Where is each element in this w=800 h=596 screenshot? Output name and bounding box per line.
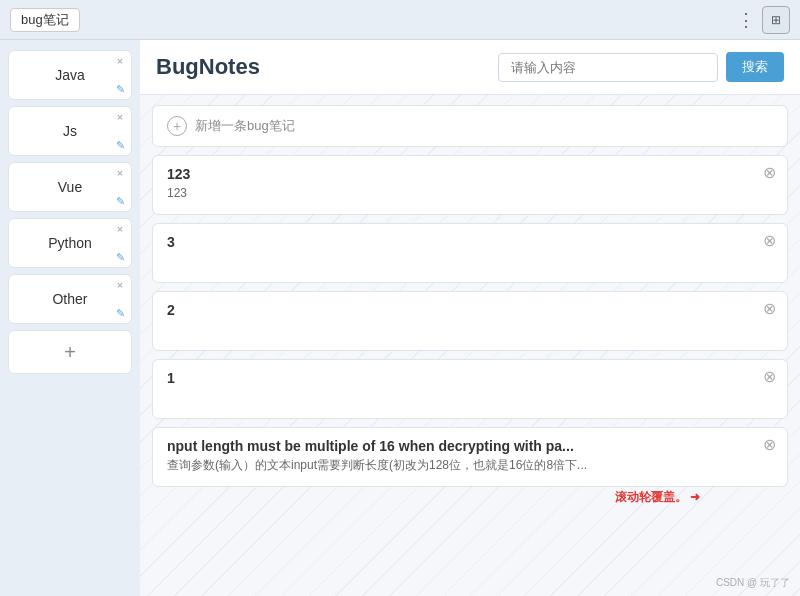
sidebar-item-js-close[interactable]: ×: [113, 110, 127, 124]
sidebar-item-java-label: Java: [55, 67, 85, 83]
title-bar-label: bug笔记: [10, 8, 80, 32]
note-card-3-close[interactable]: ⊗: [759, 366, 779, 386]
sidebar-item-python-close[interactable]: ×: [113, 222, 127, 236]
note-card-1-close[interactable]: ⊗: [759, 230, 779, 250]
title-bar: bug笔记 ⋮ ⊞: [0, 0, 800, 40]
main-container: × Java ✎ × Js ✎ × Vue ✎ × Python ✎ × Oth…: [0, 40, 800, 596]
sidebar-item-js-label: Js: [63, 123, 77, 139]
sidebar-add-button[interactable]: +: [8, 330, 132, 374]
watermark: CSDN @ 玩了了: [716, 576, 790, 590]
note-card-4-title: nput length must be multiple of 16 when …: [167, 438, 773, 454]
content-header: BugNotes 搜索: [140, 40, 800, 95]
content-area: BugNotes 搜索 + 新增一条bug笔记 ⊗ 123 123 ⊗ 3: [140, 40, 800, 596]
sidebar-item-vue-edit[interactable]: ✎: [113, 194, 127, 208]
sidebar-item-python[interactable]: × Python ✎: [8, 218, 132, 268]
sidebar-item-java-edit[interactable]: ✎: [113, 82, 127, 96]
sidebar-item-vue-close[interactable]: ×: [113, 166, 127, 180]
plus-icon: +: [167, 116, 187, 136]
note-card-3: ⊗ 1: [152, 359, 788, 419]
note-card-0-close[interactable]: ⊗: [759, 162, 779, 182]
sidebar: × Java ✎ × Js ✎ × Vue ✎ × Python ✎ × Oth…: [0, 40, 140, 596]
note-card-4-content: 查询参数(输入）的文本input需要判断长度(初改为128位，也就是16位的8倍…: [167, 457, 773, 474]
sidebar-item-other[interactable]: × Other ✎: [8, 274, 132, 324]
sidebar-item-other-close[interactable]: ×: [113, 278, 127, 292]
search-area: 搜索: [498, 52, 784, 82]
sidebar-item-java[interactable]: × Java ✎: [8, 50, 132, 100]
sidebar-item-python-edit[interactable]: ✎: [113, 250, 127, 264]
sidebar-item-js[interactable]: × Js ✎: [8, 106, 132, 156]
window-icon-symbol: ⊞: [771, 13, 781, 27]
add-note-button[interactable]: + 新增一条bug笔记: [152, 105, 788, 147]
sidebar-item-other-label: Other: [52, 291, 87, 307]
sidebar-item-vue-label: Vue: [58, 179, 82, 195]
note-card-1: ⊗ 3: [152, 223, 788, 283]
note-card-2: ⊗ 2: [152, 291, 788, 351]
note-card-2-title: 2: [167, 302, 773, 318]
app-title: BugNotes: [156, 54, 260, 80]
note-card-0-title: 123: [167, 166, 773, 182]
search-button[interactable]: 搜索: [726, 52, 784, 82]
note-card-4: ⊗ nput length must be multiple of 16 whe…: [152, 427, 788, 487]
sidebar-item-java-close[interactable]: ×: [113, 54, 127, 68]
sidebar-item-python-label: Python: [48, 235, 92, 251]
note-card-3-title: 1: [167, 370, 773, 386]
window-icon[interactable]: ⊞: [762, 6, 790, 34]
note-card-1-title: 3: [167, 234, 773, 250]
sidebar-item-js-edit[interactable]: ✎: [113, 138, 127, 152]
sidebar-item-other-edit[interactable]: ✎: [113, 306, 127, 320]
note-card-0-content: 123: [167, 185, 773, 202]
add-note-label: 新增一条bug笔记: [195, 117, 295, 135]
note-card-4-close[interactable]: ⊗: [759, 434, 779, 454]
menu-dots-icon[interactable]: ⋮: [737, 9, 756, 31]
sidebar-item-vue[interactable]: × Vue ✎: [8, 162, 132, 212]
note-card-2-close[interactable]: ⊗: [759, 298, 779, 318]
title-bar-right: ⋮ ⊞: [737, 6, 790, 34]
notes-list: + 新增一条bug笔记 ⊗ 123 123 ⊗ 3 ⊗ 2: [140, 95, 800, 596]
search-input[interactable]: [498, 53, 718, 82]
note-card-0: ⊗ 123 123: [152, 155, 788, 215]
